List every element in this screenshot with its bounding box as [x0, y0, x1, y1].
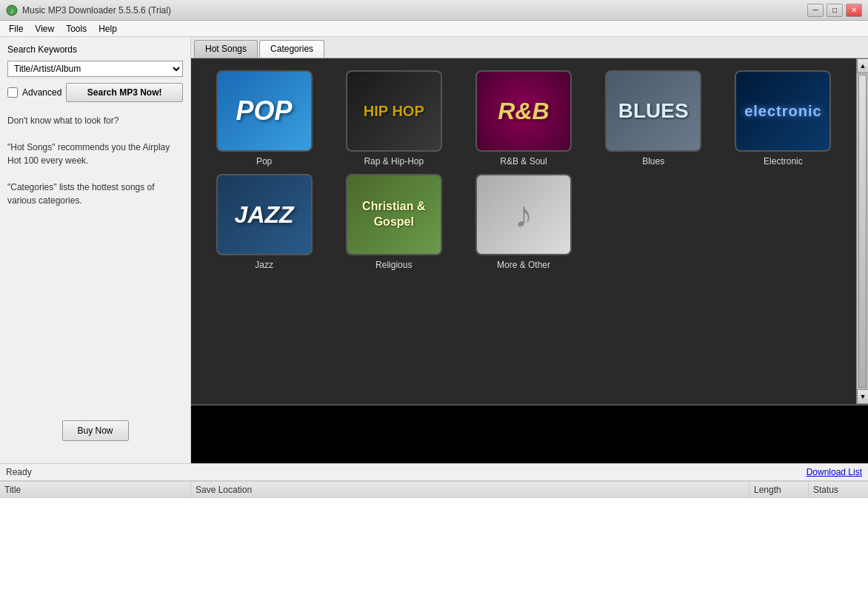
advanced-row: Advanced Search MP3 Now! — [7, 83, 183, 102]
table-header: Title Save Location Length Status — [0, 482, 868, 498]
info-text-1: Don't know what to look for? — [7, 114, 183, 127]
menu-file[interactable]: File — [3, 22, 29, 36]
category-item-religious[interactable]: Religious — [333, 174, 455, 270]
right-panel: Hot Songs Categories PopRap & Hip-HopR&B… — [191, 37, 868, 463]
main-layout: Search Keywords Title/Artist/Album Title… — [0, 37, 868, 592]
category-label-rnb: R&B & Soul — [500, 156, 547, 166]
col-header-length: Length — [750, 482, 809, 497]
table-body — [0, 498, 868, 592]
category-label-blues: Blues — [642, 156, 664, 166]
menu-tools[interactable]: Tools — [60, 22, 93, 36]
menu-help[interactable]: Help — [93, 22, 123, 36]
app-icon: ♪ — [6, 4, 18, 16]
category-thumb-hiphop — [346, 70, 442, 152]
title-bar: ♪ Music MP3 Downloader 5.5.5.6 (Trial) ─… — [0, 0, 868, 21]
categories-grid: PopRap & Hip-HopR&B & SoulBluesElectroni… — [191, 58, 856, 404]
close-button[interactable]: ✕ — [846, 4, 862, 17]
scroll-down-button[interactable]: ▼ — [857, 389, 868, 404]
category-item-more[interactable]: More & Other — [462, 174, 584, 270]
category-item-electronic[interactable]: Electronic — [722, 70, 844, 166]
col-header-title: Title — [0, 482, 191, 497]
menu-view[interactable]: View — [29, 22, 60, 36]
search-keywords-label: Search Keywords — [7, 44, 183, 55]
title-bar-left: ♪ Music MP3 Downloader 5.5.5.6 (Trial) — [6, 4, 171, 16]
buy-now-button[interactable]: Buy Now — [62, 420, 129, 441]
search-button[interactable]: Search MP3 Now! — [66, 83, 183, 102]
category-thumb-jazz — [216, 174, 313, 255]
category-thumb-pop — [216, 70, 313, 152]
info-section: Don't know what to look for? "Hot Songs"… — [7, 114, 183, 207]
col-header-status: Status — [809, 482, 868, 497]
tab-categories[interactable]: Categories — [259, 40, 324, 58]
category-thumb-more — [475, 174, 572, 255]
info-text-3: "Categories" lists the hottest songs of … — [7, 181, 183, 207]
category-thumb-electronic — [735, 70, 831, 152]
category-item-pop[interactable]: Pop — [203, 70, 325, 166]
category-thumb-blues — [605, 70, 701, 152]
category-item-hiphop[interactable]: Rap & Hip-Hop — [333, 70, 455, 166]
tabs: Hot Songs Categories — [191, 37, 868, 58]
scroll-up-button[interactable]: ▲ — [857, 58, 868, 73]
download-table: Title Save Location Length Status — [0, 481, 868, 592]
category-thumb-rnb — [475, 70, 572, 152]
category-item-jazz[interactable]: Jazz — [203, 174, 325, 270]
left-panel: Search Keywords Title/Artist/Album Title… — [0, 37, 191, 463]
download-list-link[interactable]: Download List — [807, 467, 862, 477]
window-controls: ─ □ ✕ — [807, 4, 862, 17]
category-label-more: More & Other — [497, 260, 550, 270]
category-thumb-religious — [346, 174, 442, 255]
scrollbar[interactable]: ▲ ▼ — [856, 58, 868, 404]
content-area: Search Keywords Title/Artist/Album Title… — [0, 37, 868, 463]
col-header-save: Save Location — [191, 482, 750, 497]
black-area — [191, 404, 868, 463]
app-title: Music MP3 Downloader 5.5.5.6 (Trial) — [22, 5, 171, 16]
categories-wrapper: PopRap & Hip-HopR&B & SoulBluesElectroni… — [191, 58, 868, 404]
advanced-checkbox[interactable] — [7, 87, 18, 98]
maximize-button[interactable]: □ — [827, 4, 843, 17]
status-text: Ready — [6, 467, 32, 477]
category-item-blues[interactable]: Blues — [592, 70, 715, 166]
search-type-select[interactable]: Title/Artist/Album Title Only Artist Onl… — [7, 61, 183, 77]
scrollbar-thumb[interactable] — [858, 75, 867, 388]
info-text-2: "Hot Songs" recommends you the Airplay H… — [7, 141, 183, 167]
category-label-religious: Religious — [375, 260, 412, 270]
category-item-rnb[interactable]: R&B & Soul — [462, 70, 584, 166]
category-label-electronic: Electronic — [764, 156, 803, 166]
tab-hot-songs[interactable]: Hot Songs — [194, 40, 258, 58]
category-label-jazz: Jazz — [255, 260, 273, 270]
svg-text:♪: ♪ — [10, 7, 14, 15]
advanced-label: Advanced — [22, 87, 61, 98]
category-label-hiphop: Rap & Hip-Hop — [364, 156, 424, 166]
category-label-pop: Pop — [256, 156, 272, 166]
minimize-button[interactable]: ─ — [807, 4, 824, 17]
status-bar: Ready Download List — [0, 463, 868, 481]
menu-bar: File View Tools Help — [0, 21, 868, 37]
